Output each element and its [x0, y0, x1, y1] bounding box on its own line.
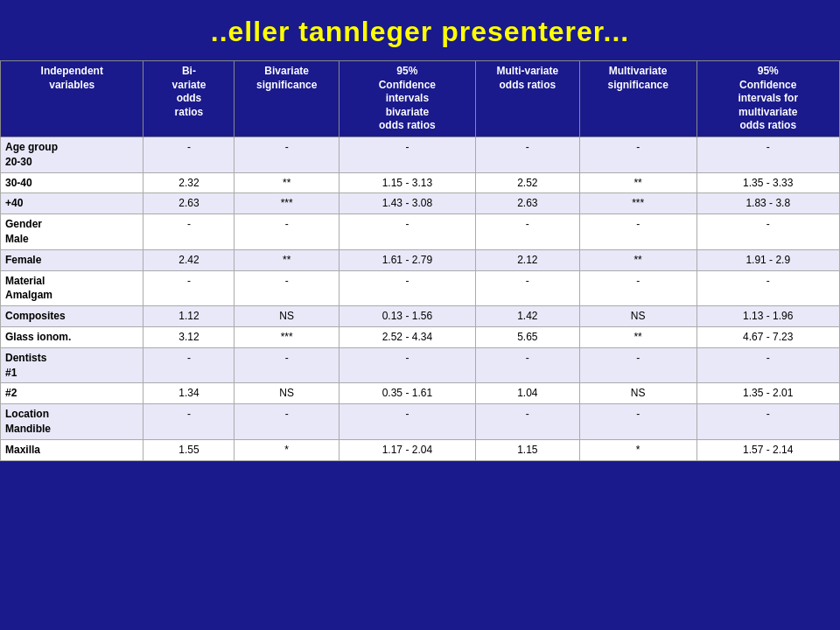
cell-multi-odds: 2.12	[475, 249, 579, 270]
cell-bi-odds: 1.55	[144, 439, 234, 460]
table-body: Age group20-30------30-402.32**1.15 - 3.…	[1, 136, 840, 460]
cell-label: Composites	[1, 306, 144, 327]
cell-multi-sig: ***	[579, 193, 696, 214]
cell-ci-bi: -	[339, 136, 475, 172]
cell-label: +40	[1, 193, 144, 214]
cell-ci-multi: -	[696, 214, 840, 250]
cell-bi-sig: -	[234, 214, 339, 250]
cell-ci-bi: 2.52 - 4.34	[339, 326, 475, 347]
cell-multi-sig: -	[579, 214, 696, 250]
header-multivariate-sig: Multivariatesignificance	[579, 61, 696, 137]
cell-label: Female	[1, 249, 144, 270]
cell-bi-odds: 2.63	[144, 193, 234, 214]
cell-ci-multi: 1.91 - 2.9	[696, 249, 840, 270]
table-container: Independentvariables Bi-variateoddsratio…	[0, 60, 840, 461]
cell-label: 30-40	[1, 172, 144, 193]
cell-bi-sig: ***	[234, 193, 339, 214]
cell-multi-odds: 2.52	[475, 172, 579, 193]
table-row: GenderMale------	[1, 214, 840, 250]
cell-ci-multi: -	[696, 404, 840, 440]
cell-bi-sig: **	[234, 172, 339, 193]
cell-ci-bi: 1.43 - 3.08	[339, 193, 475, 214]
cell-bi-odds: 2.42	[144, 249, 234, 270]
cell-ci-multi: 1.83 - 3.8	[696, 193, 840, 214]
header-95ci-multivariate: 95%Confidenceintervals formultivariateod…	[696, 61, 840, 137]
table-row: Female2.42**1.61 - 2.792.12**1.91 - 2.9	[1, 249, 840, 270]
table-row: Composites1.12NS0.13 - 1.561.42NS1.13 - …	[1, 306, 840, 327]
cell-bi-odds: -	[144, 270, 234, 306]
cell-label: Age group20-30	[1, 136, 144, 172]
header-bivariate-odds: Bi-variateoddsratios	[144, 61, 234, 137]
table-header-row: Independentvariables Bi-variateoddsratio…	[1, 61, 840, 137]
cell-multi-odds: -	[475, 214, 579, 250]
cell-multi-sig: **	[579, 172, 696, 193]
cell-ci-bi: -	[339, 347, 475, 383]
table-row: LocationMandible------	[1, 404, 840, 440]
cell-ci-bi: -	[339, 404, 475, 440]
cell-label: Maxilla	[1, 439, 144, 460]
cell-multi-odds: 5.65	[475, 326, 579, 347]
cell-bi-sig: -	[234, 270, 339, 306]
cell-bi-odds: 1.34	[144, 383, 234, 404]
cell-multi-sig: *	[579, 439, 696, 460]
table-row: Dentists#1------	[1, 347, 840, 383]
cell-multi-odds: 1.04	[475, 383, 579, 404]
cell-bi-sig: **	[234, 249, 339, 270]
cell-ci-multi: 1.13 - 1.96	[696, 306, 840, 327]
cell-ci-multi: 1.57 - 2.14	[696, 439, 840, 460]
table-row: Maxilla1.55*1.17 - 2.041.15*1.57 - 2.14	[1, 439, 840, 460]
title-bar: ..eller tannleger presenterer...	[0, 0, 840, 60]
cell-label: GenderMale	[1, 214, 144, 250]
table-row: MaterialAmalgam------	[1, 270, 840, 306]
cell-multi-sig: -	[579, 136, 696, 172]
cell-ci-bi: -	[339, 270, 475, 306]
cell-bi-odds: -	[144, 136, 234, 172]
cell-bi-odds: 2.32	[144, 172, 234, 193]
cell-ci-bi: 1.61 - 2.79	[339, 249, 475, 270]
cell-ci-bi: 1.15 - 3.13	[339, 172, 475, 193]
table-row: Age group20-30------	[1, 136, 840, 172]
cell-multi-odds: 1.42	[475, 306, 579, 327]
cell-bi-odds: -	[144, 404, 234, 440]
cell-ci-multi: -	[696, 136, 840, 172]
cell-ci-bi: 0.13 - 1.56	[339, 306, 475, 327]
cell-bi-sig: ***	[234, 326, 339, 347]
cell-multi-odds: 1.15	[475, 439, 579, 460]
cell-ci-multi: -	[696, 347, 840, 383]
cell-bi-sig: -	[234, 347, 339, 383]
cell-ci-bi: 1.17 - 2.04	[339, 439, 475, 460]
cell-ci-multi: 4.67 - 7.23	[696, 326, 840, 347]
cell-bi-sig: *	[234, 439, 339, 460]
cell-bi-odds: 1.12	[144, 306, 234, 327]
cell-multi-sig: -	[579, 404, 696, 440]
cell-multi-sig: -	[579, 347, 696, 383]
cell-ci-multi: -	[696, 270, 840, 306]
cell-multi-odds: -	[475, 347, 579, 383]
data-table: Independentvariables Bi-variateoddsratio…	[0, 60, 840, 461]
cell-multi-sig: NS	[579, 383, 696, 404]
cell-multi-sig: -	[579, 270, 696, 306]
cell-ci-multi: 1.35 - 3.33	[696, 172, 840, 193]
cell-label: MaterialAmalgam	[1, 270, 144, 306]
cell-bi-odds: -	[144, 347, 234, 383]
cell-ci-bi: 0.35 - 1.61	[339, 383, 475, 404]
cell-label: LocationMandible	[1, 404, 144, 440]
table-row: 30-402.32**1.15 - 3.132.52**1.35 - 3.33	[1, 172, 840, 193]
header-multivariate-odds: Multi-variateodds ratios	[475, 61, 579, 137]
cell-label: Dentists#1	[1, 347, 144, 383]
table-row: #21.34NS0.35 - 1.611.04NS1.35 - 2.01	[1, 383, 840, 404]
cell-bi-odds: 3.12	[144, 326, 234, 347]
cell-multi-sig: NS	[579, 306, 696, 327]
cell-ci-bi: -	[339, 214, 475, 250]
header-95ci-bivariate: 95%Confidenceintervalsbivariateodds rati…	[339, 61, 475, 137]
cell-multi-odds: 2.63	[475, 193, 579, 214]
cell-bi-sig: NS	[234, 306, 339, 327]
cell-multi-odds: -	[475, 136, 579, 172]
cell-multi-odds: -	[475, 404, 579, 440]
cell-bi-odds: -	[144, 214, 234, 250]
table-row: +402.63***1.43 - 3.082.63***1.83 - 3.8	[1, 193, 840, 214]
cell-multi-odds: -	[475, 270, 579, 306]
table-row: Glass ionom.3.12***2.52 - 4.345.65**4.67…	[1, 326, 840, 347]
cell-bi-sig: -	[234, 136, 339, 172]
cell-bi-sig: -	[234, 404, 339, 440]
